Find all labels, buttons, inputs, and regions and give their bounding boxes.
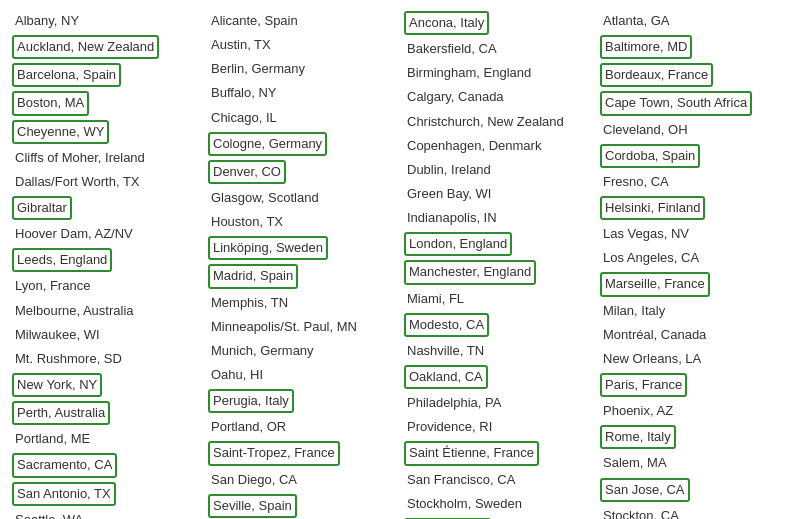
city-label: Atlanta, GA	[600, 10, 672, 32]
list-item: Paris, France	[600, 372, 788, 398]
city-label: Boston, MA	[12, 91, 89, 115]
city-label: Gibraltar	[12, 196, 72, 220]
city-label: London, England	[404, 232, 512, 256]
city-label: Calgary, Canada	[404, 86, 507, 108]
list-item: Nashville, TN	[404, 340, 592, 362]
list-item: Copenhagen, Denmark	[404, 135, 592, 157]
city-label: Berlin, Germany	[208, 58, 308, 80]
city-label: Portland, OR	[208, 416, 289, 438]
list-item: Oahu, HI	[208, 364, 396, 386]
city-list: Albany, NYAuckland, New ZealandBarcelona…	[8, 10, 792, 519]
list-item: Stockton, CA	[600, 505, 788, 519]
city-label: Green Bay, WI	[404, 183, 494, 205]
list-item: Green Bay, WI	[404, 183, 592, 205]
city-label: Baltimore, MD	[600, 35, 692, 59]
list-item: Austin, TX	[208, 34, 396, 56]
list-item: Oakland, CA	[404, 364, 592, 390]
city-label: Cordoba, Spain	[600, 144, 700, 168]
list-item: Modesto, CA	[404, 312, 592, 338]
list-item: Cheyenne, WY	[12, 119, 200, 145]
list-item: Lyon, France	[12, 275, 200, 297]
city-label: Barcelona, Spain	[12, 63, 121, 87]
list-item: Hoover Dam, AZ/NV	[12, 223, 200, 245]
list-item: Berlin, Germany	[208, 58, 396, 80]
list-item: Fresno, CA	[600, 171, 788, 193]
list-item: Gibraltar	[12, 195, 200, 221]
list-item: Linköping, Sweden	[208, 235, 396, 261]
list-item: Glasgow, Scotland	[208, 187, 396, 209]
city-label: Minneapolis/St. Paul, MN	[208, 316, 360, 338]
city-label: San Jose, CA	[600, 478, 690, 502]
city-label: Ancona, Italy	[404, 11, 489, 35]
list-item: Atlanta, GA	[600, 10, 788, 32]
city-label: Stockton, CA	[600, 505, 682, 519]
column-4: Atlanta, GABaltimore, MDBordeaux, France…	[596, 10, 792, 519]
list-item: Milwaukee, WI	[12, 324, 200, 346]
list-item: Sacramento, CA	[12, 452, 200, 478]
list-item: Cape Town, South Africa	[600, 90, 788, 116]
city-label: Bordeaux, France	[600, 63, 713, 87]
city-label: Cape Town, South Africa	[600, 91, 752, 115]
city-label: Cliffs of Moher, Ireland	[12, 147, 148, 169]
city-label: Perugia, Italy	[208, 389, 294, 413]
city-label: Hoover Dam, AZ/NV	[12, 223, 136, 245]
city-label: Phoenix, AZ	[600, 400, 676, 422]
list-item: San Diego, CA	[208, 469, 396, 491]
city-label: Bakersfield, CA	[404, 38, 500, 60]
list-item: Manchester, England	[404, 259, 592, 285]
list-item: Birmingham, England	[404, 62, 592, 84]
list-item: Perth, Australia	[12, 400, 200, 426]
list-item: Chicago, IL	[208, 107, 396, 129]
list-item: Christchurch, New Zealand	[404, 111, 592, 133]
city-label: Stockholm, Sweden	[404, 493, 525, 515]
list-item: Auckland, New Zealand	[12, 34, 200, 60]
list-item: Marseille, France	[600, 271, 788, 297]
list-item: Montréal, Canada	[600, 324, 788, 346]
city-label: Madrid, Spain	[208, 264, 298, 288]
list-item: Los Angeles, CA	[600, 247, 788, 269]
list-item: Munich, Germany	[208, 340, 396, 362]
list-item: Buffalo, NY	[208, 82, 396, 104]
city-label: Oahu, HI	[208, 364, 266, 386]
city-label: Milwaukee, WI	[12, 324, 103, 346]
list-item: Las Vegas, NV	[600, 223, 788, 245]
list-item: Albany, NY	[12, 10, 200, 32]
city-label: Montréal, Canada	[600, 324, 709, 346]
list-item: Cleveland, OH	[600, 119, 788, 141]
city-label: Salem, MA	[600, 452, 670, 474]
column-2: Alicante, SpainAustin, TXBerlin, Germany…	[204, 10, 400, 519]
city-label: Los Angeles, CA	[600, 247, 702, 269]
list-item: Seattle, WA	[12, 509, 200, 519]
list-item: Mt. Rushmore, SD	[12, 348, 200, 370]
list-item: Philadelphia, PA	[404, 392, 592, 414]
list-item: Miami, FL	[404, 288, 592, 310]
list-item: Denver, CO	[208, 159, 396, 185]
list-item: Portland, ME	[12, 428, 200, 450]
city-label: Houston, TX	[208, 211, 286, 233]
list-item: Indianapolis, IN	[404, 207, 592, 229]
list-item: Barcelona, Spain	[12, 62, 200, 88]
city-label: Birmingham, England	[404, 62, 534, 84]
city-label: Rome, Italy	[600, 425, 676, 449]
list-item: Phoenix, AZ	[600, 400, 788, 422]
list-item: Cordoba, Spain	[600, 143, 788, 169]
city-label: Buffalo, NY	[208, 82, 280, 104]
list-item: Cliffs of Moher, Ireland	[12, 147, 200, 169]
list-item: San Jose, CA	[600, 477, 788, 503]
city-label: San Diego, CA	[208, 469, 300, 491]
city-label: Christchurch, New Zealand	[404, 111, 567, 133]
list-item: Minneapolis/St. Paul, MN	[208, 316, 396, 338]
city-label: Providence, RI	[404, 416, 495, 438]
city-label: Melbourne, Australia	[12, 300, 137, 322]
list-item: New Orleans, LA	[600, 348, 788, 370]
city-label: Paris, France	[600, 373, 687, 397]
city-label: Miami, FL	[404, 288, 467, 310]
list-item: Dublin, Ireland	[404, 159, 592, 181]
list-item: London, England	[404, 231, 592, 257]
list-item: Dallas/Fort Worth, TX	[12, 171, 200, 193]
city-label: Seville, Spain	[208, 494, 297, 518]
city-label: Auckland, New Zealand	[12, 35, 159, 59]
list-item: Madrid, Spain	[208, 263, 396, 289]
city-label: Albany, NY	[12, 10, 82, 32]
list-item: Saint Étienne, France	[404, 440, 592, 466]
